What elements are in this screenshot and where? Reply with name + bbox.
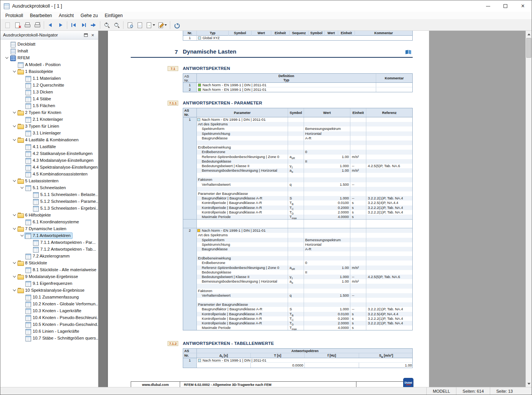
expander-icon[interactable] bbox=[4, 55, 10, 60]
expander-icon[interactable] bbox=[27, 205, 32, 211]
expander-icon[interactable] bbox=[19, 151, 25, 156]
expander-icon[interactable] bbox=[19, 96, 25, 101]
minimize-button[interactable] bbox=[479, 0, 497, 12]
tree-item[interactable]: 5.1.1 Schneelasten - Belaste... bbox=[0, 191, 98, 198]
expander-icon[interactable] bbox=[12, 178, 17, 183]
tree-item[interactable]: 4.2 Statikanalyse-Einstellungen bbox=[0, 150, 98, 157]
expander-icon[interactable] bbox=[19, 219, 25, 224]
tree-item[interactable]: 1.5 Flächen bbox=[0, 102, 98, 109]
tree-item[interactable]: 10.4 Knoten - Pseudo-Beschleuni... bbox=[0, 314, 98, 321]
dropdown-caret-icon[interactable] bbox=[152, 23, 155, 27]
tree-item[interactable]: 10.5 Knoten - Pseudo-Geschwind... bbox=[0, 321, 98, 328]
expander-icon[interactable] bbox=[19, 281, 25, 286]
tree-item[interactable]: 5 Lastassistenten bbox=[0, 177, 98, 184]
tree-item[interactable]: 4.1 Lastfälle bbox=[0, 143, 98, 150]
tree-item[interactable]: 4.4 Spektralanalyse-Einstellungen bbox=[0, 164, 98, 171]
tree-item[interactable]: 7 Dynamische Lasten bbox=[0, 225, 98, 232]
fit-page-button[interactable] bbox=[125, 21, 135, 30]
expander-icon[interactable] bbox=[19, 158, 25, 163]
tree-item[interactable]: 3 Typen für Linien bbox=[0, 123, 98, 130]
expander-icon[interactable] bbox=[19, 82, 25, 88]
tree-item[interactable]: A Modell - Position bbox=[0, 61, 98, 68]
back-button[interactable] bbox=[46, 21, 55, 30]
tree-item[interactable]: 5.1 Schneelasten bbox=[0, 184, 98, 191]
expander-icon[interactable] bbox=[19, 301, 25, 307]
last-page-button[interactable] bbox=[79, 21, 89, 30]
tree-item[interactable]: 1 Basisobjekte bbox=[0, 68, 98, 75]
tree-item[interactable]: 1.4 Stäbe bbox=[0, 95, 98, 102]
expander-icon[interactable] bbox=[19, 103, 25, 108]
close-panel-button[interactable]: × bbox=[89, 32, 96, 38]
tree-item[interactable]: Inhalt bbox=[0, 47, 98, 54]
expander-icon[interactable] bbox=[19, 267, 25, 272]
expander-icon[interactable] bbox=[19, 233, 25, 238]
tree-item[interactable]: Deckblatt bbox=[0, 41, 98, 47]
expander-icon[interactable] bbox=[19, 329, 25, 334]
menu-item[interactable]: Einfügen bbox=[101, 12, 126, 20]
expander-icon[interactable] bbox=[19, 144, 25, 149]
refresh-button[interactable] bbox=[172, 21, 182, 30]
print-batch-button[interactable] bbox=[32, 21, 42, 30]
tree-item[interactable]: 2.1 Knotenlager bbox=[0, 116, 98, 123]
close-button[interactable]: × bbox=[514, 0, 532, 12]
expander-icon[interactable] bbox=[19, 117, 25, 122]
expander-icon[interactable] bbox=[19, 171, 25, 177]
tree-item[interactable]: 7.1.1 Antwortspektren - Par... bbox=[0, 239, 98, 246]
tree-item[interactable]: 6 Hilfsobjekte bbox=[0, 212, 98, 218]
tree-item[interactable]: 10.7 Stäbe - Schnittgrößen quers... bbox=[0, 335, 98, 341]
expander-icon[interactable] bbox=[12, 226, 17, 231]
vertical-scrollbar[interactable] bbox=[526, 31, 532, 387]
tree-item[interactable]: 4.5 Kombinationsassistenten bbox=[0, 171, 98, 177]
tree-item[interactable]: 1.1 Materialien bbox=[0, 75, 98, 82]
expander-icon[interactable] bbox=[19, 185, 25, 190]
menu-item[interactable]: Ansicht bbox=[55, 12, 77, 20]
expander-icon[interactable] bbox=[12, 123, 17, 129]
expander-icon[interactable] bbox=[27, 192, 32, 197]
fit-width-button[interactable] bbox=[135, 21, 145, 30]
expander-icon[interactable] bbox=[4, 48, 10, 54]
expander-icon[interactable] bbox=[12, 212, 17, 218]
tree-item[interactable]: 1.2 Querschnitte bbox=[0, 82, 98, 88]
expander-icon[interactable] bbox=[19, 130, 25, 136]
expander-icon[interactable] bbox=[12, 69, 17, 74]
tree-item[interactable]: 6.1 Koordinatensysteme bbox=[0, 218, 98, 225]
float-panel-button[interactable] bbox=[82, 32, 89, 38]
expander-icon[interactable] bbox=[19, 76, 25, 81]
expander-icon[interactable] bbox=[27, 246, 32, 252]
expander-icon[interactable] bbox=[27, 240, 32, 245]
export-button[interactable] bbox=[145, 21, 157, 30]
edit-header-button[interactable] bbox=[157, 21, 168, 30]
scrollbar-thumb[interactable] bbox=[526, 38, 531, 58]
tree-item[interactable]: 10.6 Linien - Lagerkräfte bbox=[0, 328, 98, 335]
tree-item[interactable]: 9.1 Eigenfrequenzen bbox=[0, 280, 98, 287]
tree-item[interactable]: 7.1 Antwortspektren bbox=[0, 232, 98, 239]
tree-item[interactable]: 2 Typen für Knoten bbox=[0, 109, 98, 116]
expander-icon[interactable] bbox=[12, 62, 17, 67]
expander-icon[interactable] bbox=[19, 89, 25, 95]
tree-item[interactable]: 7.1.2 Antwortspektren - Tab... bbox=[0, 246, 98, 253]
new-protocol-button[interactable] bbox=[3, 21, 13, 30]
expander-icon[interactable] bbox=[12, 260, 17, 265]
menu-item[interactable]: Bearbeiten bbox=[27, 12, 55, 20]
delete-protocol-button[interactable] bbox=[13, 21, 22, 30]
menu-item[interactable]: Gehe zu bbox=[77, 12, 101, 20]
tree-item[interactable]: 8.1 Stückliste - Alle materialweise bbox=[0, 266, 98, 273]
expander-icon[interactable] bbox=[19, 308, 25, 313]
expander-icon[interactable] bbox=[27, 199, 32, 204]
tree-item[interactable]: 1.3 Dicken bbox=[0, 88, 98, 95]
tree-item[interactable]: 10.1 Zusammenfassung bbox=[0, 294, 98, 300]
expander-icon[interactable] bbox=[19, 253, 25, 259]
tree-item[interactable]: 4 Lastfälle & Kombinationen bbox=[0, 136, 98, 143]
tree-item[interactable]: 5.1.2 Schneelasten - Parame... bbox=[0, 198, 98, 205]
print-button[interactable] bbox=[22, 21, 32, 30]
zoom-out-button[interactable] bbox=[112, 21, 122, 30]
expander-icon[interactable] bbox=[19, 315, 25, 320]
tree-item[interactable]: 10.3 Knoten - Lagerkräfte bbox=[0, 307, 98, 314]
scroll-down-arrow[interactable] bbox=[526, 381, 532, 387]
zoom-in-button[interactable] bbox=[102, 21, 112, 30]
tree-item[interactable]: 10 Spektralanalyse-Ergebnisse bbox=[0, 287, 98, 294]
tree-item[interactable]: 10.2 Knoten - Globale Verformun... bbox=[0, 300, 98, 307]
dropdown-caret-icon[interactable] bbox=[164, 23, 167, 27]
maximize-button[interactable] bbox=[497, 0, 514, 12]
expander-icon[interactable] bbox=[12, 110, 17, 115]
